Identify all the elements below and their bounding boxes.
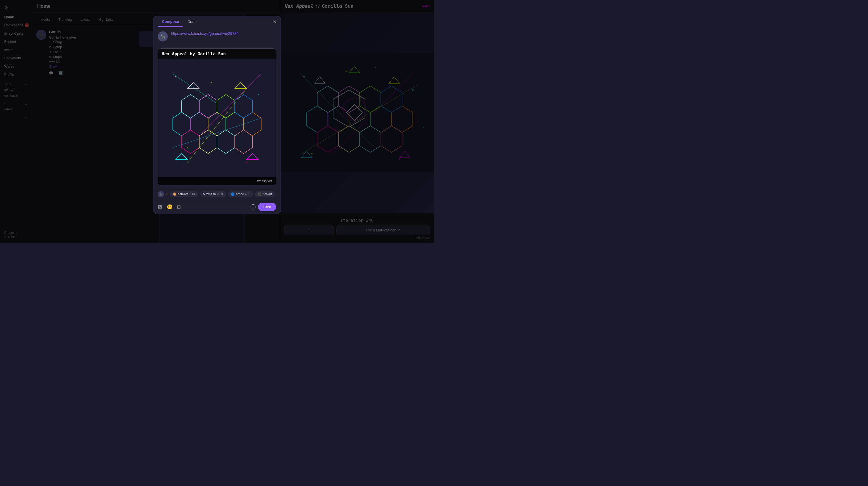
- art-cc-icon: 🔵: [231, 192, 235, 196]
- svg-point-10: [211, 82, 212, 83]
- compose-body: 🦍 https://www.fxhash.xyz/generative/2978…: [153, 27, 281, 46]
- compose-modal: Compose Drafts ✕ 🦍 https://www.fxhash.xy…: [153, 16, 281, 214]
- compose-nft-artwork: [158, 59, 276, 177]
- svg-point-9: [175, 76, 176, 77]
- emoji-icon[interactable]: 😊: [167, 204, 173, 210]
- svg-point-13: [187, 147, 188, 148]
- compose-action-bar: 🖼 😊 ⊞ Cast: [153, 200, 281, 214]
- compose-tabs: Compose Drafts: [153, 16, 281, 27]
- svg-point-12: [246, 162, 247, 163]
- grid-icon[interactable]: ⊞: [177, 204, 181, 210]
- cast-submit-button[interactable]: Cast: [258, 203, 276, 211]
- loading-spinner: [250, 204, 256, 210]
- compose-artwork-svg: [158, 59, 276, 177]
- compose-image-preview: Hex Appeal by Gorilla Sun: [158, 49, 276, 185]
- compose-nft-title: Hex Appeal by Gorilla Sun: [158, 49, 276, 59]
- channel-badge-gen-art[interactable]: 🎨 gen-art 9.1K: [170, 191, 198, 197]
- image-upload-icon[interactable]: 🖼: [158, 204, 162, 210]
- channel-selector-avatar[interactable]: 🦍: [158, 191, 164, 198]
- compose-user-avatar: 🦍: [158, 31, 168, 41]
- compose-close-button[interactable]: ✕: [273, 19, 277, 25]
- channel-badge-art-cc[interactable]: 🔵 art-cc 438: [228, 191, 253, 197]
- svg-point-11: [258, 94, 259, 95]
- channel-dropdown-arrow[interactable]: ▾: [166, 192, 168, 196]
- gen-art-icon: 🎨: [173, 192, 177, 196]
- compose-link-text[interactable]: https://www.fxhash.xyz/generative/29784: [171, 31, 239, 41]
- channel-badge-net-art[interactable]: ⬛ net-art: [255, 191, 275, 197]
- net-art-icon: ⬛: [258, 192, 262, 196]
- tab-compose[interactable]: Compose: [158, 16, 183, 27]
- modal-overlay[interactable]: Compose Drafts ✕ 🦍 https://www.fxhash.xy…: [0, 0, 434, 243]
- channel-badge-fxhash[interactable]: fx fxhash 2.3K: [200, 191, 226, 197]
- tab-drafts[interactable]: Drafts: [183, 16, 202, 27]
- compose-channels: 🦍 ▾ 🎨 gen-art 9.1K fx fxhash 2.3K 🔵 art-…: [153, 188, 281, 200]
- compose-nft-source: fxhash.xyz: [158, 177, 276, 185]
